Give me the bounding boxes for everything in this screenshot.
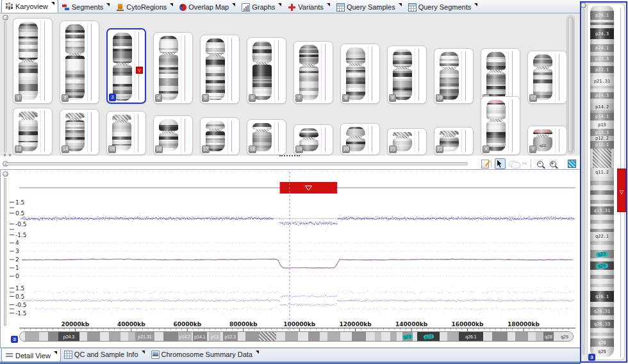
chromosome-6-ideogram[interactable] [252, 41, 272, 100]
chromosome-card-1[interactable]: 1 [13, 18, 53, 104]
plot-thumbnail-button[interactable] [566, 158, 577, 169]
chromosome-card-19[interactable]: 19 [293, 124, 333, 155]
tab-karyoview[interactable]: Karyoview [1, 0, 58, 13]
tab-cytoregions[interactable]: CytoRegions [113, 1, 176, 13]
tab-menu-triangle-icon[interactable] [142, 351, 145, 354]
chromosome-11-ideogram[interactable] [486, 52, 506, 100]
chromosome-card-18[interactable]: 18 [247, 119, 286, 155]
detail-zoom-slider-knob[interactable] [3, 171, 8, 177]
karyoview-scrollbar-thumb[interactable] [568, 17, 574, 153]
tab-menu-triangle-icon[interactable] [232, 3, 235, 6]
tab-segments[interactable]: Segments [58, 1, 113, 13]
tab-menu-triangle-icon[interactable] [474, 3, 477, 6]
cut-button[interactable]: ✂ [519, 158, 530, 169]
tab-menu-triangle-icon[interactable] [170, 3, 173, 6]
tab-menu-triangle-icon[interactable] [51, 2, 54, 5]
sidebar-band-p12.1: p12.1 [590, 141, 614, 149]
chromosome-card-X[interactable]: X [481, 96, 520, 155]
chromosome-card-22[interactable]: 22 [434, 127, 474, 155]
chromosome-card-9[interactable]: 9 [387, 46, 427, 104]
chromosome-10-ideogram[interactable] [440, 52, 459, 100]
sample-track-line [325, 44, 326, 101]
bottom-tab-detail-view[interactable]: Detail View [1, 349, 61, 362]
card-divider [87, 23, 88, 101]
chromosome-card-20[interactable]: 20 [340, 123, 380, 155]
chromosome-card-12[interactable]: 12 [527, 51, 567, 104]
tab-menu-triangle-icon[interactable] [278, 3, 281, 6]
chromosome-card-3[interactable]: 3▽ [106, 28, 146, 104]
chromosome-card-7[interactable]: 7 [293, 41, 333, 104]
ideogram-band [536, 332, 543, 341]
chromosome-3-ideogram[interactable] [113, 33, 132, 101]
chromosome-8-ideogram[interactable] [346, 47, 365, 100]
zoom-in-button[interactable] [547, 158, 558, 169]
chromosome-12-ideogram[interactable] [533, 54, 552, 100]
chromosome-card-8[interactable]: 8 [340, 44, 380, 104]
sidebar-band-p22.3: p22.3 [590, 56, 614, 62]
chromosome-card-16[interactable]: 16 [153, 115, 193, 155]
select-arrow-button[interactable] [495, 158, 506, 169]
segment-marker[interactable]: ▽ [136, 67, 143, 74]
tab-menu-triangle-icon[interactable] [106, 3, 110, 6]
chromosome3-ideogram[interactable]: p24.3p21.31p14.2p14.1p13p12.3q23q24q26.1… [19, 331, 574, 342]
chromosome-card-4[interactable]: 4 [153, 32, 193, 104]
chromosome-9-ideogram[interactable] [393, 49, 412, 100]
sidebar-segment-marker[interactable]: ▽ [617, 169, 626, 212]
sample-track-line [512, 99, 513, 152]
chromosome-card-2[interactable]: 2 [60, 21, 99, 104]
chromosome-7-ideogram[interactable] [299, 45, 318, 100]
tab-query-samples[interactable]: Query Samples [333, 1, 405, 13]
ideogram-band-q26.1: q26.1 [459, 332, 483, 341]
karyoview-zoom-slider-knob[interactable] [3, 15, 8, 21]
tab-overlap-map[interactable]: Overlap Map [176, 1, 238, 13]
karyoview-zoom-slider-track[interactable] [4, 21, 6, 153]
card-divider [227, 37, 228, 101]
chromosome-number-label: 10 [436, 94, 443, 102]
ideogram-band [515, 332, 528, 341]
chromosome-X-ideogram[interactable] [486, 100, 506, 151]
detail-zoom-slider-track[interactable] [4, 178, 6, 326]
bottom-tab-qc-and-sample-info[interactable]: QC and Sample Info [61, 349, 148, 360]
chromosome-2-ideogram[interactable] [65, 24, 85, 100]
karyoview-scrollbar[interactable] [566, 15, 575, 154]
chromosome-4-ideogram[interactable] [159, 36, 178, 100]
tab-query-segments[interactable]: Query Segments [405, 1, 481, 13]
chromosome-card-6[interactable]: 6 [247, 37, 286, 104]
chromosome-number-label: 12 [529, 94, 537, 102]
sidebar-band-p24.1: p24.1 [590, 44, 614, 52]
chromosome-1-ideogram[interactable] [19, 22, 38, 100]
detail-view-panel[interactable] [0, 169, 581, 348]
splitter-collapse-arrows[interactable]: ∧∨ [3, 153, 13, 158]
chromosome-card-Y[interactable]: q12Y [527, 126, 567, 155]
zoom-out-button[interactable] [534, 158, 545, 169]
sidebar-slider-track[interactable] [583, 9, 585, 355]
karyoview-hslider-track[interactable] [5, 162, 468, 165]
chromosome-card-21[interactable]: 21 [387, 128, 427, 155]
tab-menu-triangle-icon[interactable] [54, 351, 57, 354]
chromosome-card-17[interactable]: 17 [200, 117, 240, 155]
tab-menu-triangle-icon[interactable] [327, 3, 330, 6]
chromosome-card-5[interactable]: 5 [200, 35, 240, 104]
link-button[interactable] [508, 158, 518, 169]
band-label: p13 [598, 122, 606, 128]
sidebar-slider-knob[interactable] [581, 3, 586, 8]
chromosome-card-13[interactable]: 13 [13, 108, 53, 155]
tab-menu-triangle-icon[interactable] [256, 351, 259, 354]
chromosome-5-ideogram[interactable] [206, 38, 225, 100]
chromosome-card-10[interactable]: 10 [434, 48, 474, 104]
ideogram-band [100, 332, 109, 341]
tab-graphs[interactable]: Graphs [238, 1, 285, 13]
sidebar-chromosome[interactable]: p26.1p24.3p24.1p22.3p22.1p21.31p14.3p14.… [590, 6, 614, 357]
ideogram-band-p24.3: p24.3 [58, 332, 79, 341]
sample-track-line [231, 120, 232, 152]
bottom-tab-chromosome-summary-data[interactable]: Chromosome Summary Data [148, 349, 262, 360]
chromosome-number-label: 4 [155, 94, 162, 102]
summary-data-icon [151, 351, 160, 359]
tab-menu-triangle-icon[interactable] [399, 3, 402, 6]
chromosome-card-15[interactable]: 15 [106, 111, 146, 155]
splitter-handle[interactable] [279, 155, 300, 156]
chromosome-card-11[interactable]: 11 [481, 48, 520, 104]
edit-pen-button[interactable] [479, 158, 490, 169]
tab-variants[interactable]: Variants [285, 1, 333, 13]
chromosome-card-14[interactable]: 14 [60, 109, 99, 155]
